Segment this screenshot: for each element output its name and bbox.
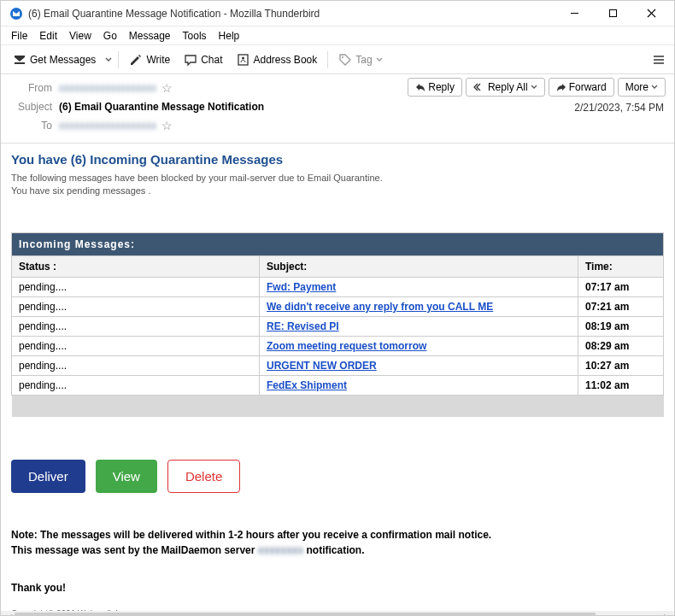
scroll-left-icon[interactable]: ◀ [1, 611, 15, 616]
star-icon[interactable]: ☆ [161, 119, 173, 132]
address-book-icon [237, 53, 250, 67]
scroll-thumb[interactable] [15, 613, 596, 616]
write-label: Write [146, 54, 170, 66]
titlebar: (6) Email Quarantine Message Notificatio… [1, 1, 674, 26]
toolbar: Get Messages Write Chat Address Book Tag [1, 45, 674, 74]
row-time: 07:17 am [578, 277, 664, 296]
row-time: 10:27 am [578, 355, 664, 375]
row-time: 11:02 am [578, 375, 664, 395]
subject-link[interactable]: Fwd: Payment [267, 281, 336, 293]
thunderbird-icon [9, 7, 23, 21]
menu-help[interactable]: Help [214, 28, 245, 44]
row-status: pending.... [12, 336, 260, 355]
note-text: Note: The messages will be delivered wit… [11, 527, 664, 558]
action-buttons: Deliver View Delete [11, 460, 664, 493]
row-status: pending.... [12, 277, 260, 296]
pencil-icon [129, 53, 143, 67]
star-icon[interactable]: ☆ [161, 81, 173, 95]
menubar: FileEditViewGoMessageToolsHelp [1, 26, 674, 45]
row-time: 08:19 am [578, 316, 664, 336]
svg-point-6 [242, 56, 244, 59]
view-button[interactable]: View [96, 460, 157, 493]
quarantine-table: Incoming Messages: Status : Subject: Tim… [11, 232, 664, 418]
table-row: pending....URGENT NEW ORDER10:27 am [12, 355, 664, 375]
menu-view[interactable]: View [64, 28, 97, 44]
subject-link[interactable]: We didn't receive any reply from you CAL… [267, 301, 493, 313]
subject-link[interactable]: RE: Revised PI [267, 320, 339, 332]
from-value[interactable]: xxxxxxxxxxxxxxxxxxx [59, 82, 156, 94]
table-row: pending....Zoom meeting request tomorrow… [12, 336, 664, 355]
row-status: pending.... [12, 296, 260, 316]
row-subject: We didn't receive any reply from you CAL… [260, 296, 578, 316]
close-button[interactable] [632, 1, 671, 26]
horizontal-scrollbar[interactable]: ◀ ▶ [1, 611, 674, 616]
row-status: pending.... [12, 316, 260, 336]
table-row: pending....We didn't receive any reply f… [12, 296, 664, 316]
svg-point-7 [342, 56, 343, 58]
from-label: From [9, 82, 52, 94]
chat-button[interactable]: Chat [177, 50, 229, 69]
more-button[interactable]: More [618, 78, 666, 97]
reply-button[interactable]: Reply [408, 78, 462, 97]
message-date: 2/21/2023, 7:54 PM [574, 102, 664, 114]
body-title: You have (6) Incoming Quarantine Message… [11, 152, 664, 167]
row-subject: RE: Revised PI [260, 316, 578, 336]
minimize-button[interactable] [555, 1, 594, 26]
separator [327, 51, 328, 68]
row-subject: FedEx Shipment [260, 375, 578, 395]
write-button[interactable]: Write [122, 50, 177, 69]
to-value[interactable]: xxxxxxxxxxxxxxxxxxx [59, 120, 156, 132]
scroll-right-icon[interactable]: ▶ [660, 611, 674, 616]
window-title: (6) Email Quarantine Message Notificatio… [28, 8, 555, 20]
get-messages-label: Get Messages [30, 54, 96, 66]
subject-link[interactable]: FedEx Shipment [267, 379, 347, 391]
chat-label: Chat [201, 54, 222, 66]
deliver-button[interactable]: Deliver [11, 460, 85, 493]
address-book-label: Address Book [254, 54, 318, 66]
menu-tools[interactable]: Tools [178, 28, 212, 44]
forward-button[interactable]: Forward [549, 78, 614, 97]
row-time: 07:21 am [578, 296, 664, 316]
col-time: Time: [578, 255, 664, 277]
reply-all-button[interactable]: Reply All [466, 78, 545, 97]
app-menu-button[interactable] [649, 50, 669, 70]
separator [118, 51, 119, 68]
message-body: You have (6) Incoming Quarantine Message… [1, 144, 674, 616]
delete-button[interactable]: Delete [167, 460, 240, 493]
table-row: pending....RE: Revised PI08:19 am [12, 316, 664, 336]
message-actions: Reply Reply All Forward More [408, 78, 666, 97]
thank-text: Thank you! [11, 582, 664, 594]
table-title: Incoming Messages: [12, 232, 664, 255]
subject-link[interactable]: URGENT NEW ORDER [267, 360, 377, 372]
row-subject: URGENT NEW ORDER [260, 355, 578, 375]
get-messages-dropdown[interactable] [103, 54, 114, 66]
tag-button[interactable]: Tag [332, 50, 389, 69]
menu-go[interactable]: Go [98, 28, 122, 44]
download-icon [13, 53, 26, 67]
to-label: To [9, 120, 52, 132]
message-header: Reply Reply All Forward More 2/21/2023, … [1, 74, 674, 144]
svg-rect-2 [610, 10, 617, 17]
tag-label: Tag [355, 54, 372, 66]
row-subject: Zoom meeting request tomorrow [260, 336, 578, 355]
menu-file[interactable]: File [6, 28, 32, 44]
chat-icon [184, 53, 197, 67]
menu-message[interactable]: Message [124, 28, 176, 44]
table-row: pending....FedEx Shipment11:02 am [12, 375, 664, 395]
menu-edit[interactable]: Edit [34, 28, 62, 44]
subject-link[interactable]: Zoom meeting request tomorrow [267, 340, 426, 352]
row-status: pending.... [12, 375, 260, 395]
subject-label: Subject [9, 101, 52, 113]
table-footer [12, 395, 664, 417]
row-status: pending.... [12, 355, 260, 375]
row-time: 08:29 am [578, 336, 664, 355]
subject-value: (6) Email Quarantine Message Notificatio… [59, 101, 264, 113]
tag-icon [338, 53, 352, 67]
table-row: pending....Fwd: Payment07:17 am [12, 277, 664, 296]
address-book-button[interactable]: Address Book [230, 50, 325, 69]
row-subject: Fwd: Payment [260, 277, 578, 296]
col-subject: Subject: [260, 255, 578, 277]
maximize-button[interactable] [594, 1, 632, 26]
body-text: The following messages have been blocked… [11, 172, 664, 198]
get-messages-button[interactable]: Get Messages [6, 50, 103, 69]
